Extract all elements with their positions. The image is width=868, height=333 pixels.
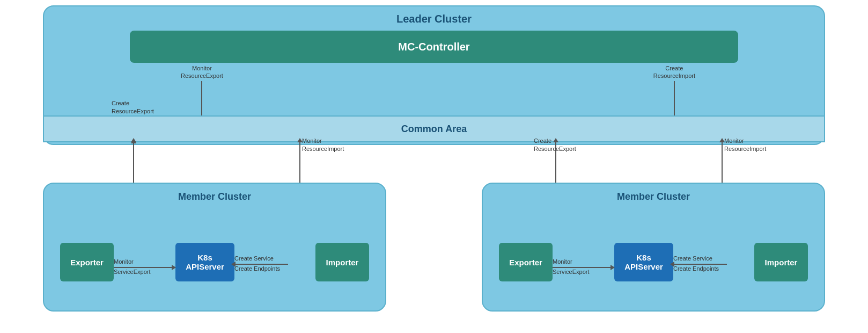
right-k8s-box: K8s APIServer (614, 243, 673, 281)
member-cluster-right: Member Cluster Exporter K8s APIServer Im… (482, 183, 825, 312)
left-monitor-service-export-arrow (114, 267, 173, 268)
member-cluster-left: Member Cluster Exporter K8s APIServer Im… (43, 183, 386, 312)
member-cluster-right-label: Member Cluster (483, 191, 824, 202)
right-monitor-service-export-arrow (553, 267, 612, 268)
create-resource-import-arrow (674, 81, 675, 119)
left-monitor-resource-import-label: MonitorResourceImport (302, 137, 344, 154)
left-create-service-label: Create Service (234, 255, 288, 263)
left-create-endpoints-label: Create Endpoints (234, 265, 288, 273)
left-create-service-arrow (234, 264, 288, 265)
right-create-service-label: Create Service (673, 255, 727, 263)
left-service-export-label: ServiceExport (114, 268, 173, 276)
left-monitor-service-export-label: Monitor (114, 258, 173, 266)
right-service-export-label: ServiceExport (553, 268, 612, 276)
monitor-resource-export-arrow (201, 81, 202, 119)
left-create-resource-export-label: CreateResourceExport (112, 99, 154, 116)
common-area: Common Area (43, 115, 825, 142)
member-cluster-left-label: Member Cluster (44, 191, 385, 202)
right-monitor-service-export-label: Monitor (553, 258, 612, 266)
create-resource-import-label: CreateResourceImport (653, 64, 695, 80)
left-importer-box: Importer (315, 243, 369, 281)
right-monitor-resource-import-label: MonitorResourceImport (724, 137, 766, 154)
right-create-resource-export-label: CreateResourceExport (534, 137, 576, 154)
diagram: Leader Cluster MC-Controller MonitorReso… (0, 0, 868, 333)
right-exporter-box: Exporter (499, 243, 553, 281)
right-create-service-arrow (673, 264, 727, 265)
left-exporter-box: Exporter (60, 243, 114, 281)
right-importer-box: Importer (754, 243, 808, 281)
left-k8s-box: K8s APIServer (175, 243, 234, 281)
monitor-resource-export-label: MonitorResourceExport (181, 64, 223, 80)
mc-controller-label: MC-Controller (398, 41, 469, 53)
leader-cluster-label: Leader Cluster (44, 13, 824, 25)
mc-controller-box: MC-Controller (130, 31, 738, 63)
right-create-endpoints-label: Create Endpoints (673, 265, 727, 273)
common-area-label: Common Area (401, 124, 467, 135)
